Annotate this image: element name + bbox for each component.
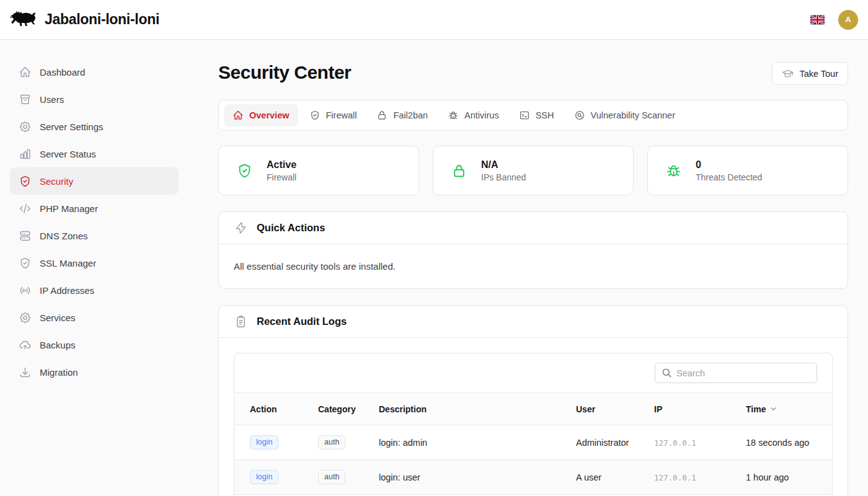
tab-label: Antivirus (464, 110, 499, 120)
table-row[interactable]: login auth login: admin Administrator 12… (234, 425, 832, 460)
sidebar-item-label: Users (40, 94, 64, 105)
action-badge: login (250, 470, 278, 484)
section-title: Recent Audit Logs (257, 316, 347, 327)
sidebar-item-ip-addresses[interactable]: IP Addresses (10, 277, 179, 304)
sidebar-item-dns-zones[interactable]: DNS Zones (10, 222, 179, 249)
column-header-ip[interactable]: IP (654, 393, 746, 425)
sidebar-item-label: Security (40, 176, 73, 187)
take-tour-label: Take Tour (799, 69, 838, 79)
description-cell: login: user (379, 460, 576, 495)
lock-icon (451, 162, 467, 179)
column-header-action[interactable]: Action (234, 393, 318, 425)
ip-cell: 127.0.0.1 (654, 473, 696, 482)
stat-label: Firewall (267, 172, 296, 182)
archive-icon (19, 93, 32, 106)
sidebar-item-backups[interactable]: Backups (10, 331, 179, 358)
tab-vulnerability-scanner[interactable]: Vulnerability Scanner (565, 104, 684, 126)
tab-label: SSH (536, 110, 554, 120)
scan-icon (574, 110, 585, 121)
audit-table: Action Category Description User IP Time (234, 392, 832, 496)
tab-label: Vulnerability Scanner (591, 110, 675, 120)
user-avatar[interactable]: A (838, 10, 858, 30)
quick-actions-header: Quick Actions (219, 212, 848, 244)
section-title: Quick Actions (257, 222, 325, 234)
audit-logs-body: Action Category Description User IP Time (219, 338, 848, 496)
tab-antivirus[interactable]: Antivirus (439, 104, 508, 126)
sidebar-item-server-status[interactable]: Server Status (10, 140, 179, 167)
column-header-user[interactable]: User (576, 393, 654, 425)
stat-value: 0 (696, 159, 762, 170)
stat-value: N/A (481, 159, 526, 170)
action-badge: login (250, 435, 278, 450)
main-content: Security Center Take Tour Overview Fir (188, 40, 868, 496)
code-icon (19, 202, 32, 215)
table-header-row: Action Category Description User IP Time (234, 393, 832, 425)
search-icon (661, 367, 673, 379)
sidebar-item-label: DNS Zones (40, 231, 88, 241)
server-stack-icon (19, 229, 32, 242)
audit-logs-header: Recent Audit Logs (219, 306, 848, 338)
audit-table-card: Action Category Description User IP Time (234, 353, 833, 496)
bug-icon (448, 110, 459, 121)
quick-actions-section: Quick Actions All essential security too… (218, 211, 848, 289)
sidebar-item-ssl-manager[interactable]: SSL Manager (10, 249, 179, 277)
column-header-time[interactable]: Time (746, 393, 832, 425)
sidebar-nav: Dashboard Users Server Settings Server S… (0, 40, 188, 496)
bug-icon (665, 162, 682, 179)
shield-check-icon (19, 175, 32, 188)
sidebar-item-label: SSL Manager (40, 258, 96, 268)
gear-icon (19, 311, 32, 324)
category-badge: auth (318, 435, 345, 450)
sidebar-item-label: Server Settings (40, 122, 104, 132)
sidebar-item-dashboard[interactable]: Dashboard (10, 58, 179, 86)
search-input[interactable] (655, 363, 817, 383)
column-header-description[interactable]: Description (379, 393, 576, 425)
sidebar-item-php-manager[interactable]: PHP Manager (10, 195, 179, 222)
ip-cell: 127.0.0.1 (654, 438, 696, 448)
home-icon (232, 110, 244, 121)
sidebar-item-security[interactable]: Security (10, 167, 179, 195)
sidebar-item-label: PHP Manager (40, 203, 98, 214)
gear-icon (19, 120, 32, 133)
stat-card-firewall: Active Firewall (218, 146, 419, 195)
column-header-category[interactable]: Category (318, 393, 379, 425)
audit-logs-section: Recent Audit Logs (218, 305, 848, 496)
language-uk-flag-icon[interactable] (809, 14, 826, 26)
graduation-cap-icon (782, 68, 794, 79)
sidebar-item-label: Server Status (40, 149, 96, 159)
tab-fail2ban[interactable]: Fail2ban (368, 104, 436, 126)
sidebar-item-services[interactable]: Services (10, 304, 179, 331)
tab-ssh[interactable]: SSH (510, 104, 563, 126)
sidebar-item-migration[interactable]: Migration (10, 358, 179, 386)
tab-firewall[interactable]: Firewall (301, 104, 366, 126)
brand[interactable]: Jabaloni-loni-loni (10, 9, 159, 31)
stat-value: Active (267, 159, 296, 170)
boar-logo-icon (10, 9, 38, 31)
search-row (234, 353, 832, 392)
sidebar-item-label: Backups (40, 340, 76, 350)
top-header: Jabaloni-loni-loni A (0, 0, 868, 40)
page-head: Security Center Take Tour (218, 62, 848, 85)
sidebar-item-label: Dashboard (40, 67, 85, 78)
search-box (655, 363, 817, 383)
quick-actions-message: All essential security tools are install… (234, 261, 396, 272)
lightning-icon (234, 221, 248, 235)
sidebar-item-label: Migration (40, 367, 78, 378)
stat-label: IPs Banned (481, 172, 526, 182)
app-title: Jabaloni-loni-loni (45, 11, 159, 28)
page-title: Security Center (218, 62, 351, 83)
user-cell: A user (576, 460, 654, 495)
take-tour-button[interactable]: Take Tour (772, 62, 848, 85)
cloud-upload-icon (19, 339, 32, 352)
table-row[interactable]: login auth login: user A user 127.0.0.1 … (234, 460, 832, 495)
sidebar-item-users[interactable]: Users (10, 86, 179, 113)
stat-card-threats: 0 Threats Detected (647, 146, 848, 195)
sidebar-item-server-settings[interactable]: Server Settings (10, 113, 179, 140)
security-tabs: Overview Firewall Fail2ban Antivirus (218, 100, 848, 131)
stats-row: Active Firewall N/A IPs Banned 0 (218, 146, 848, 195)
time-cell: 1 hour ago (746, 460, 832, 495)
tab-overview[interactable]: Overview (224, 104, 298, 126)
broadcast-icon (19, 284, 32, 297)
category-badge: auth (318, 470, 345, 484)
chevron-down-icon (769, 405, 777, 413)
